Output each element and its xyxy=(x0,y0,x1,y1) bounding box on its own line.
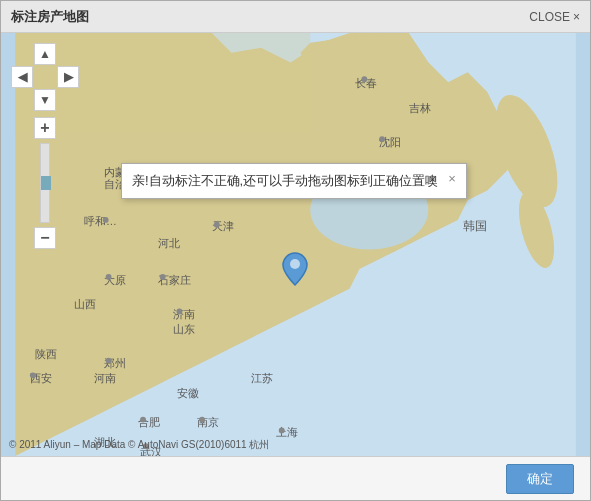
svg-point-44 xyxy=(279,427,285,433)
zoom-thumb xyxy=(41,176,51,190)
pan-down-button[interactable]: ▼ xyxy=(34,89,56,111)
svg-text:上海: 上海 xyxy=(276,426,298,438)
svg-text:韩国: 韩国 xyxy=(463,219,487,233)
svg-point-40 xyxy=(30,372,36,378)
zoom-in-button[interactable]: + xyxy=(34,117,56,139)
svg-point-46 xyxy=(379,136,385,142)
svg-point-34 xyxy=(103,217,109,223)
pan-left-button[interactable]: ◀ xyxy=(11,66,33,88)
map-copyright: © 2011 Aliyun – Map Data © AutoNavi GS(2… xyxy=(9,438,269,452)
zoom-out-button[interactable]: − xyxy=(34,227,56,249)
pan-up-button[interactable]: ▲ xyxy=(34,43,56,65)
svg-point-39 xyxy=(106,358,112,364)
svg-text:河北: 河北 xyxy=(158,237,180,249)
map-container[interactable]: 内蒙古 自治区 呼和… 河北 天津 大原 石家庄 山西 济南 山东 陕西 郑州 … xyxy=(1,33,590,456)
svg-text:山东: 山东 xyxy=(173,323,195,335)
map-marker[interactable] xyxy=(281,251,309,291)
confirm-button[interactable]: 确定 xyxy=(506,464,574,494)
svg-text:吉林: 吉林 xyxy=(409,102,431,114)
close-icon: × xyxy=(573,10,580,24)
svg-text:济南: 济南 xyxy=(173,308,195,320)
svg-text:江苏: 江苏 xyxy=(251,372,273,384)
dialog-footer: 确定 xyxy=(1,456,590,500)
svg-point-36 xyxy=(106,274,112,280)
zoom-track xyxy=(40,143,50,223)
svg-point-37 xyxy=(160,274,166,280)
close-label: CLOSE xyxy=(529,10,570,24)
svg-text:河南: 河南 xyxy=(94,372,116,384)
svg-point-47 xyxy=(290,259,300,269)
close-button[interactable]: CLOSE × xyxy=(529,10,580,24)
svg-text:陕西: 陕西 xyxy=(35,348,57,360)
map-tooltip: 亲!自动标注不正确,还可以手动拖动图标到正确位置噢 × xyxy=(121,163,467,199)
svg-text:安徽: 安徽 xyxy=(177,387,199,399)
dialog-header: 标注房产地图 CLOSE × xyxy=(1,1,590,33)
pan-right-button[interactable]: ▶ xyxy=(57,66,79,88)
svg-point-41 xyxy=(140,417,146,423)
tooltip-text: 亲!自动标注不正确,还可以手动拖动图标到正确位置噢 xyxy=(132,172,438,190)
map-svg: 内蒙古 自治区 呼和… 河北 天津 大原 石家庄 山西 济南 山东 陕西 郑州 … xyxy=(1,33,590,456)
svg-point-35 xyxy=(214,222,220,228)
tooltip-close-button[interactable]: × xyxy=(448,172,456,185)
svg-text:呼和…: 呼和… xyxy=(84,215,117,227)
dialog-window: 标注房产地图 CLOSE × xyxy=(0,0,591,501)
zoom-slider: + − xyxy=(11,117,79,249)
map-controls: ▲ ◀ ▶ ▼ + − xyxy=(11,43,79,249)
svg-point-42 xyxy=(199,417,205,423)
svg-text:山西: 山西 xyxy=(74,298,96,310)
svg-point-38 xyxy=(176,308,182,314)
dialog-title: 标注房产地图 xyxy=(11,8,89,26)
svg-point-45 xyxy=(361,76,367,82)
